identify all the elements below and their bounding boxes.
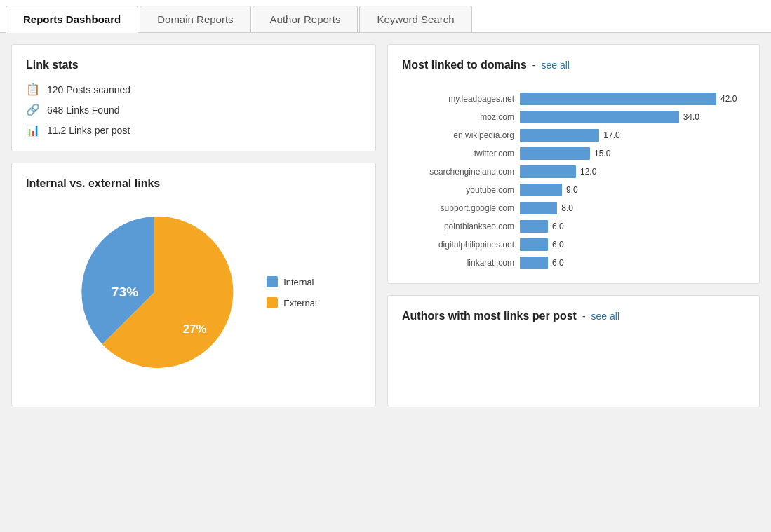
bar-track: 6.0 (520, 220, 745, 233)
bar-label: twitter.com (402, 149, 514, 158)
bar-row: pointblankseo.com6.0 (402, 220, 745, 233)
bar-fill (520, 165, 576, 178)
bar-value: 15.0 (594, 149, 610, 158)
bar-row: moz.com34.0 (402, 111, 745, 123)
bar-row: youtube.com9.0 (402, 184, 745, 196)
external-swatch (267, 297, 278, 308)
bar-label: en.wikipedia.org (402, 130, 514, 140)
internal-external-card: Internal vs. external links 73% 27 (11, 163, 376, 407)
domains-title-row: Most linked to domains - see all (402, 59, 745, 83)
bar-value: 17.0 (603, 130, 619, 140)
external-label: External (283, 298, 317, 308)
pie-chart: 73% 27% (70, 208, 239, 376)
bar-label: support.google.com (402, 203, 514, 213)
bar-value: 9.0 (566, 185, 578, 195)
bar-row: searchengineland.com12.0 (402, 165, 745, 178)
bar-value: 8.0 (561, 203, 573, 213)
main-content: Link stats 📋 120 Posts scanned 🔗 648 Lin… (0, 33, 771, 418)
bar-track: 42.0 (520, 93, 745, 105)
authors-card: Authors with most links per post - see a… (387, 295, 760, 407)
bar-value: 42.0 (720, 94, 737, 104)
right-column: Most linked to domains - see all my.lead… (387, 44, 760, 407)
bar-fill (520, 111, 679, 123)
stat-links-found: 🔗 648 Links Found (26, 103, 361, 116)
bar-row: en.wikipedia.org17.0 (402, 129, 745, 142)
pie-container: 73% 27% Internal External (26, 201, 361, 376)
bar-fill (520, 238, 548, 251)
link-stats-title: Link stats (26, 59, 361, 71)
link-stats-card: Link stats 📋 120 Posts scanned 🔗 648 Lin… (11, 44, 376, 151)
bar-track: 6.0 (520, 238, 745, 251)
bar-track: 17.0 (520, 129, 745, 142)
bar-value: 12.0 (580, 167, 596, 177)
chart-icon: 📊 (26, 123, 40, 137)
bar-row: my.leadpages.net42.0 (402, 93, 745, 105)
bar-track: 8.0 (520, 202, 745, 214)
bar-fill (520, 202, 557, 214)
bar-track: 34.0 (520, 111, 745, 123)
bar-row: twitter.com15.0 (402, 147, 745, 160)
bar-fill (520, 257, 548, 269)
authors-title-row: Authors with most links per post - see a… (402, 310, 745, 334)
domains-see-all-link[interactable]: see all (541, 60, 569, 71)
bar-label: linkarati.com (402, 258, 514, 268)
bar-label: my.leadpages.net (402, 94, 514, 104)
links-per-post-text: 11.2 Links per post (47, 125, 130, 136)
tab-keyword-search[interactable]: Keyword Search (359, 6, 471, 32)
bar-row: linkarati.com6.0 (402, 257, 745, 269)
bar-rows: my.leadpages.net42.0moz.com34.0en.wikipe… (402, 93, 745, 269)
bar-label: youtube.com (402, 185, 514, 195)
bar-fill (520, 129, 599, 142)
tab-domain-reports[interactable]: Domain Reports (140, 6, 250, 32)
authors-dash: - (582, 311, 586, 322)
bar-track: 15.0 (520, 147, 745, 160)
legend-internal: Internal (267, 276, 317, 287)
bar-value: 6.0 (552, 258, 564, 268)
bar-track: 12.0 (520, 165, 745, 178)
bar-track: 6.0 (520, 257, 745, 269)
bar-label: pointblankseo.com (402, 221, 514, 231)
links-found-text: 648 Links Found (47, 104, 120, 116)
bar-fill (520, 93, 716, 105)
stat-links-per-post: 📊 11.2 Links per post (26, 123, 361, 137)
left-column: Link stats 📋 120 Posts scanned 🔗 648 Lin… (11, 44, 376, 407)
tab-reports-dashboard[interactable]: Reports Dashboard (6, 6, 138, 33)
bar-fill (520, 147, 590, 160)
legend-external: External (267, 297, 317, 308)
authors-see-all-link[interactable]: see all (591, 311, 619, 322)
bar-value: 6.0 (552, 221, 564, 231)
most-linked-domains-card: Most linked to domains - see all my.lead… (387, 44, 760, 284)
authors-title: Authors with most links per post (402, 310, 577, 322)
internal-label: Internal (283, 277, 314, 287)
bar-label: searchengineland.com (402, 167, 514, 177)
bar-row: digitalphilippines.net6.0 (402, 238, 745, 251)
tabs-bar: Reports Dashboard Domain Reports Author … (0, 0, 771, 33)
internal-external-title: Internal vs. external links (26, 177, 361, 190)
bar-fill (520, 184, 562, 196)
bar-value: 6.0 (552, 240, 564, 250)
domains-dash: - (532, 60, 536, 71)
bar-label: moz.com (402, 112, 514, 122)
posts-icon: 📋 (26, 83, 40, 96)
pie-legend: Internal External (267, 276, 317, 308)
svg-text:27%: 27% (183, 322, 207, 336)
internal-swatch (267, 276, 278, 287)
tab-author-reports[interactable]: Author Reports (253, 6, 358, 32)
domains-title: Most linked to domains (402, 59, 527, 71)
links-icon: 🔗 (26, 103, 40, 116)
stat-list: 📋 120 Posts scanned 🔗 648 Links Found 📊 … (26, 83, 361, 137)
bar-fill (520, 220, 548, 233)
svg-text:73%: 73% (112, 285, 138, 299)
bar-track: 9.0 (520, 184, 745, 196)
stat-posts-scanned: 📋 120 Posts scanned (26, 83, 361, 96)
posts-scanned-text: 120 Posts scanned (47, 84, 130, 95)
bar-value: 34.0 (683, 112, 699, 122)
bar-label: digitalphilippines.net (402, 240, 514, 250)
bar-row: support.google.com8.0 (402, 202, 745, 214)
